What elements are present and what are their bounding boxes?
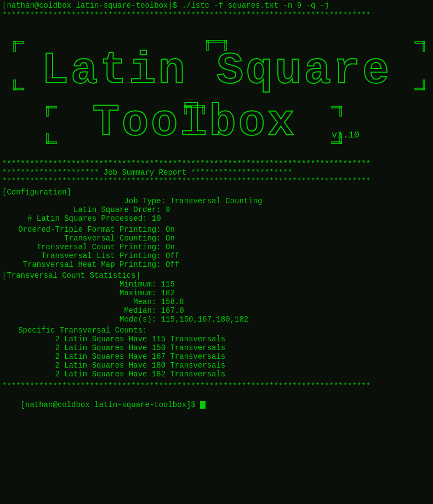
transversal-list-row: Transversal List Printing: Off xyxy=(2,251,431,260)
bottom-prompt: [nathan@coldbox latin-square-toolbox]$ xyxy=(21,400,201,409)
logo-svg: Latin Square Toolbox v1.10 xyxy=(8,25,425,157)
transversal-count-printing-row: Transversal Count Printing: On xyxy=(2,243,431,251)
stats-header: [Transversal Count Statistics] xyxy=(2,271,431,280)
transversal-counting-row: Transversal Counting: On xyxy=(2,234,431,243)
star-line-bottom: ****************************************… xyxy=(0,382,433,391)
minimum-row: Minimum: 115 xyxy=(2,280,431,289)
specific-count-2: 2 Latin Squares Have 150 Transversals xyxy=(2,343,431,352)
specific-count-3: 2 Latin Squares Have 167 Transversals xyxy=(2,352,431,361)
mean-row: Mean: 158.8 xyxy=(2,297,431,306)
terminal-window: [nathan@coldbox latin-square-toolbox]$ .… xyxy=(0,0,433,504)
logo-toolbox-text: Toolbox xyxy=(93,98,297,148)
star-line-2: ****************************************… xyxy=(0,159,433,168)
transversal-heat-row: Transversal Heat Map Printing: Off xyxy=(2,260,431,269)
mode-row: Mode(s): 115,150,167,180,182 xyxy=(2,315,431,324)
specific-count-1: 2 Latin Squares Have 115 Transversals xyxy=(2,335,431,343)
config-header: [Configuration] xyxy=(2,188,431,197)
star-line-job: ********************* Job Summary Report… xyxy=(0,168,433,177)
top-command: [nathan@coldbox latin-square-toolbox]$ .… xyxy=(0,0,433,11)
specific-header: Specific Transversal Counts: xyxy=(2,326,431,335)
maximum-row: Maximum: 182 xyxy=(2,289,431,297)
median-row: Median: 167.0 xyxy=(2,306,431,315)
svg-rect-8 xyxy=(207,41,226,42)
order-row: Latin Square Order: 9 xyxy=(2,205,431,214)
job-type-row: Job Type: Transversal Counting xyxy=(2,197,431,205)
logo-container: Latin Square Toolbox v1.10 xyxy=(0,20,433,159)
star-line-1: ****************************************… xyxy=(0,11,433,20)
ordered-triple-row: Ordered-Triple Format Printing: On xyxy=(2,225,431,234)
processed-row: # Latin Squares Processed: 10 xyxy=(2,214,431,223)
logo-latin-square-text: Latin Square xyxy=(42,45,392,96)
star-line-3: ****************************************… xyxy=(0,177,433,186)
specific-count-5: 2 Latin Squares Have 182 Transversals xyxy=(2,370,431,379)
terminal-cursor xyxy=(200,401,206,409)
specific-count-4: 2 Latin Squares Have 180 Transversals xyxy=(2,361,431,370)
bottom-command[interactable]: [nathan@coldbox latin-square-toolbox]$ xyxy=(0,391,433,419)
logo-version-text: v1.10 xyxy=(332,130,360,140)
